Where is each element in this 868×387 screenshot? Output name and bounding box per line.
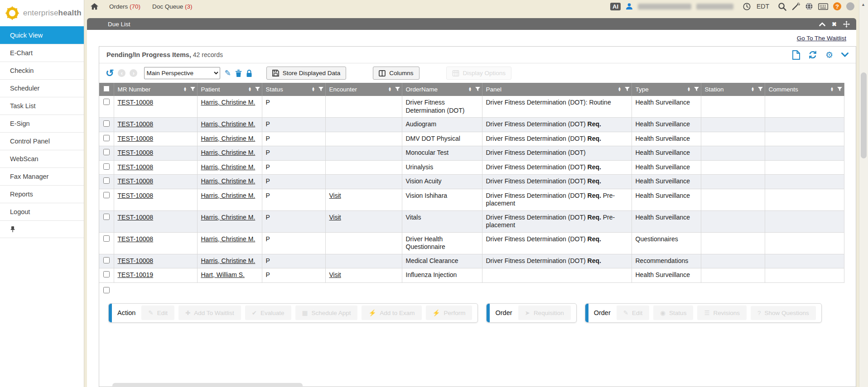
patient-link[interactable]: Harris, Christine M. bbox=[201, 163, 256, 171]
patient-link[interactable]: Harris, Christine M. bbox=[201, 235, 256, 243]
row-checkbox[interactable] bbox=[103, 163, 110, 170]
add-to-waitlist-button[interactable]: ✚Add To Waitlist bbox=[178, 306, 241, 320]
ai-badge[interactable]: AI bbox=[610, 3, 621, 10]
store-displayed-data-button[interactable]: Store Displayed Data bbox=[266, 67, 347, 80]
horizontal-scrollbar-thumb[interactable] bbox=[112, 383, 303, 387]
patient-link[interactable]: Harris, Christine M. bbox=[201, 192, 256, 199]
mr-number-link[interactable]: TEST-10019 bbox=[118, 271, 154, 278]
filter-icon[interactable] bbox=[625, 87, 630, 92]
sidebar-item-control-panel[interactable]: Control Panel bbox=[0, 132, 84, 150]
topbar-nav-doc-queue[interactable]: Doc Queue (3) bbox=[152, 3, 193, 10]
patient-link[interactable]: Harris, Christine M. bbox=[201, 99, 256, 106]
mr-number-link[interactable]: TEST-10008 bbox=[118, 192, 154, 199]
row-checkbox[interactable] bbox=[103, 120, 110, 127]
row-checkbox[interactable] bbox=[103, 271, 110, 277]
sidebar-item-scheduler[interactable]: Scheduler bbox=[0, 79, 84, 97]
gear-icon[interactable]: ⚙ bbox=[825, 51, 833, 59]
mr-number-link[interactable]: TEST-10008 bbox=[118, 149, 154, 156]
sidebar-item-webscan[interactable]: WebScan bbox=[0, 150, 84, 167]
scrollbar-up-arrow[interactable]: ▲ bbox=[861, 2, 865, 7]
sidebar-item-e-sign[interactable]: E-Sign bbox=[0, 115, 84, 132]
column-header-ordername[interactable]: OrderName▲▼ bbox=[402, 83, 482, 96]
row-checkbox[interactable] bbox=[103, 99, 110, 105]
encounter-visit-link[interactable]: Visit bbox=[329, 214, 341, 221]
pin-icon[interactable] bbox=[10, 226, 15, 233]
patient-link[interactable]: Harris, Christine M. bbox=[201, 149, 256, 156]
column-header-encounter[interactable]: Encounter▲▼ bbox=[325, 83, 402, 96]
topbar-nav-orders[interactable]: Orders (70) bbox=[109, 3, 140, 10]
sidebar-item-reports[interactable]: Reports bbox=[0, 185, 84, 203]
column-header-type[interactable]: Type▲▼ bbox=[632, 83, 701, 96]
search-icon[interactable] bbox=[778, 2, 786, 11]
edit-button[interactable]: ✎Edit bbox=[141, 306, 174, 320]
sort-icon[interactable]: ▲▼ bbox=[388, 87, 392, 92]
move-icon[interactable] bbox=[843, 21, 850, 28]
globe-icon[interactable] bbox=[805, 2, 813, 10]
revisions-button[interactable]: ☰Revisions bbox=[697, 306, 747, 320]
mr-number-link[interactable]: TEST-10008 bbox=[118, 163, 154, 171]
row-checkbox[interactable] bbox=[103, 177, 110, 184]
mr-number-link[interactable]: TEST-10008 bbox=[118, 99, 154, 106]
row-checkbox[interactable] bbox=[103, 214, 110, 220]
refresh-icon[interactable] bbox=[808, 50, 817, 59]
sidebar-item-quick-view[interactable]: Quick View bbox=[0, 26, 84, 44]
column-header-station[interactable]: Station▲▼ bbox=[701, 83, 765, 96]
sort-icon[interactable]: ▲▼ bbox=[751, 87, 755, 92]
encounter-visit-link[interactable]: Visit bbox=[329, 192, 341, 199]
help-icon[interactable]: ? bbox=[833, 2, 841, 10]
patient-link[interactable]: Harris, Christine M. bbox=[201, 177, 256, 185]
mr-number-link[interactable]: TEST-10008 bbox=[118, 177, 154, 185]
perspective-select[interactable]: Main Perspective bbox=[144, 67, 220, 79]
sort-icon[interactable]: ▲▼ bbox=[312, 87, 315, 92]
filter-icon[interactable] bbox=[837, 87, 842, 92]
filter-icon[interactable] bbox=[758, 87, 763, 92]
mr-number-link[interactable]: TEST-10008 bbox=[118, 135, 154, 142]
sort-icon[interactable]: ▲▼ bbox=[183, 87, 187, 92]
patient-link[interactable]: Harris, Christine M. bbox=[201, 120, 256, 128]
column-header-patient[interactable]: Patient▲▼ bbox=[197, 83, 262, 96]
evaluate-button[interactable]: ✔Evaluate bbox=[245, 306, 291, 320]
sidebar-item-checkin[interactable]: Checkin bbox=[0, 62, 84, 79]
select-all-header-checkbox[interactable] bbox=[103, 86, 110, 92]
new-document-icon[interactable] bbox=[792, 50, 800, 60]
column-header-comments[interactable]: Comments▲▼ bbox=[765, 83, 844, 96]
sort-icon[interactable]: ▲▼ bbox=[468, 87, 472, 92]
row-checkbox[interactable] bbox=[103, 149, 110, 155]
patient-link[interactable]: Hart, William S. bbox=[201, 271, 245, 278]
filter-icon[interactable] bbox=[395, 87, 400, 92]
mr-number-link[interactable]: TEST-10008 bbox=[118, 214, 154, 221]
status-button[interactable]: ◉Status bbox=[653, 306, 693, 320]
filter-icon[interactable] bbox=[255, 87, 260, 92]
row-checkbox[interactable] bbox=[103, 257, 110, 263]
home-icon[interactable] bbox=[91, 3, 98, 10]
lock-icon[interactable] bbox=[246, 69, 252, 77]
magic-wand-icon[interactable] bbox=[791, 2, 800, 11]
row-checkbox[interactable] bbox=[103, 235, 110, 242]
add-to-exam-button[interactable]: ⚡Add to Exam bbox=[362, 306, 421, 320]
sort-icon[interactable]: ▲▼ bbox=[618, 87, 622, 92]
filter-icon[interactable] bbox=[318, 87, 323, 92]
sort-icon[interactable]: ▲▼ bbox=[687, 87, 691, 92]
columns-button[interactable]: Columns bbox=[373, 67, 419, 80]
column-header-panel[interactable]: Panel▲▼ bbox=[482, 83, 632, 96]
filter-icon[interactable] bbox=[694, 87, 699, 92]
chevron-down-icon[interactable] bbox=[841, 53, 849, 57]
patient-link[interactable]: Harris, Christine M. bbox=[201, 214, 256, 221]
sidebar-item-fax-manager[interactable]: Fax Manager bbox=[0, 167, 84, 185]
row-checkbox[interactable] bbox=[103, 192, 110, 198]
sidebar-item-e-chart[interactable]: E-Chart bbox=[0, 44, 84, 62]
edit-perspective-icon[interactable]: ✎ bbox=[224, 69, 231, 77]
clock-icon[interactable] bbox=[743, 3, 751, 10]
sidebar-item-task-list[interactable]: Task List bbox=[0, 97, 84, 115]
show-questions-button[interactable]: ?Show Questions bbox=[751, 306, 816, 320]
delete-perspective-icon[interactable] bbox=[235, 69, 242, 77]
go-to-waitlist-link[interactable]: Go To The Waitlist bbox=[797, 35, 846, 42]
filter-icon[interactable] bbox=[475, 87, 480, 92]
scrollbar-thumb[interactable] bbox=[861, 72, 867, 158]
sort-icon[interactable]: ▲▼ bbox=[830, 87, 834, 92]
page-scrollbar[interactable]: ▲ bbox=[859, 0, 868, 387]
mr-number-link[interactable]: TEST-10008 bbox=[118, 235, 154, 243]
column-header-mr-number[interactable]: MR Number▲▼ bbox=[114, 83, 197, 96]
sort-icon[interactable]: ▲▼ bbox=[248, 87, 252, 92]
patient-link[interactable]: Harris, Christine M. bbox=[201, 257, 256, 264]
